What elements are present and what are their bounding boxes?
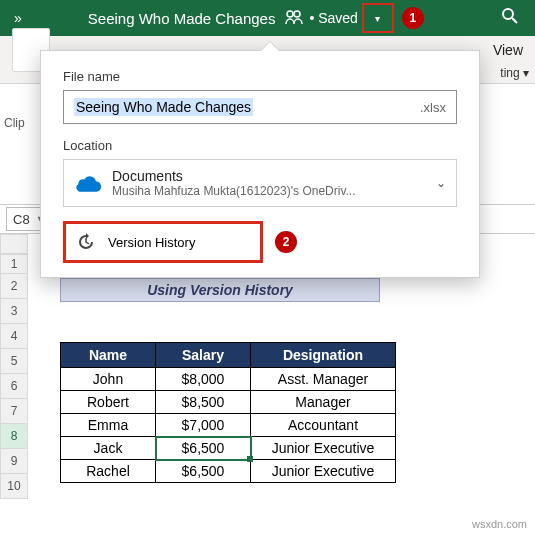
cell[interactable]: Emma xyxy=(61,414,156,437)
clipboard-group-label: Clip xyxy=(4,116,25,130)
col-header-designation[interactable]: Designation xyxy=(251,343,396,368)
search-icon[interactable] xyxy=(493,7,527,30)
share-icon[interactable] xyxy=(285,9,303,28)
row-header[interactable]: 5 xyxy=(0,349,28,374)
col-header-salary[interactable]: Salary xyxy=(156,343,251,368)
svg-point-1 xyxy=(294,11,300,17)
cell[interactable]: $7,000 xyxy=(156,414,251,437)
row-header[interactable]: 1 xyxy=(0,254,28,274)
cell[interactable]: Junior Executive xyxy=(251,460,396,483)
row-header[interactable]: 2 xyxy=(0,274,28,299)
row-header[interactable]: 10 xyxy=(0,474,28,499)
filename-label: File name xyxy=(63,69,457,84)
cell[interactable]: Manager xyxy=(251,391,396,414)
cell[interactable]: Asst. Manager xyxy=(251,368,396,391)
row-header[interactable]: 3 xyxy=(0,299,28,324)
tab-view[interactable]: View xyxy=(493,42,523,58)
data-table: Name Salary Designation John $8,000 Asst… xyxy=(60,342,396,483)
name-box-value: C8 xyxy=(13,212,30,227)
document-title[interactable]: Seeing Who Made Changes xyxy=(88,10,276,27)
history-icon xyxy=(76,232,96,252)
row-header[interactable]: 7 xyxy=(0,399,28,424)
version-history-button[interactable]: Version History xyxy=(63,221,263,263)
row-header[interactable]: 4 xyxy=(0,324,28,349)
title-dropdown-button[interactable]: ▾ xyxy=(362,3,394,33)
svg-point-0 xyxy=(287,11,293,17)
filename-input[interactable]: Seeing Who Made Changes .xlsx xyxy=(63,90,457,124)
cell[interactable]: $6,500 xyxy=(156,460,251,483)
row-header[interactable]: 9 xyxy=(0,449,28,474)
callout-1: 1 xyxy=(402,7,424,29)
onedrive-icon xyxy=(74,173,102,193)
file-extension: .xlsx xyxy=(420,100,446,115)
active-cell[interactable]: $6,500 xyxy=(156,437,251,460)
worksheet[interactable]: 1 2 3 4 5 6 7 8 9 10 Using Version Histo… xyxy=(0,234,535,534)
table-row: John $8,000 Asst. Manager xyxy=(61,368,396,391)
cell[interactable]: John xyxy=(61,368,156,391)
cell[interactable]: Junior Executive xyxy=(251,437,396,460)
title-bar: » Seeing Who Made Changes • Saved ▾ 1 xyxy=(0,0,535,36)
version-history-label: Version History xyxy=(108,235,195,250)
location-title: Documents xyxy=(112,168,356,184)
cell[interactable]: $8,500 xyxy=(156,391,251,414)
svg-line-3 xyxy=(512,18,517,23)
ribbon-button-fragment[interactable]: ting ▾ xyxy=(500,66,529,80)
watermark: wsxdn.com xyxy=(472,518,527,530)
col-header-name[interactable]: Name xyxy=(61,343,156,368)
fill-handle[interactable] xyxy=(247,456,253,462)
location-text: Documents Musiha Mahfuza Mukta(1612023)'… xyxy=(112,168,356,198)
chevron-down-icon: ⌄ xyxy=(436,176,446,190)
table-header-row: Name Salary Designation xyxy=(61,343,396,368)
title-dropdown-popup: File name Seeing Who Made Changes .xlsx … xyxy=(40,50,480,278)
table-row: Robert $8,500 Manager xyxy=(61,391,396,414)
overflow-button[interactable]: » xyxy=(8,10,28,26)
cell[interactable]: $8,000 xyxy=(156,368,251,391)
section-title-cell[interactable]: Using Version History xyxy=(60,278,380,302)
popup-pointer xyxy=(261,42,279,51)
filename-value: Seeing Who Made Changes xyxy=(74,98,253,116)
cell[interactable]: Rachel xyxy=(61,460,156,483)
select-all-corner[interactable] xyxy=(0,234,28,254)
location-label: Location xyxy=(63,138,457,153)
cell[interactable]: Jack xyxy=(61,437,156,460)
table-row: Emma $7,000 Accountant xyxy=(61,414,396,437)
save-status: • Saved xyxy=(309,10,358,26)
cell[interactable]: Accountant xyxy=(251,414,396,437)
location-subtitle: Musiha Mahfuza Mukta(1612023)'s OneDriv.… xyxy=(112,184,356,198)
row-header[interactable]: 6 xyxy=(0,374,28,399)
cell[interactable]: Robert xyxy=(61,391,156,414)
location-picker[interactable]: Documents Musiha Mahfuza Mukta(1612023)'… xyxy=(63,159,457,207)
svg-point-2 xyxy=(503,9,513,19)
table-row: Rachel $6,500 Junior Executive xyxy=(61,460,396,483)
callout-2: 2 xyxy=(275,231,297,253)
table-row: Jack $6,500 Junior Executive xyxy=(61,437,396,460)
row-header[interactable]: 8 xyxy=(0,424,28,449)
